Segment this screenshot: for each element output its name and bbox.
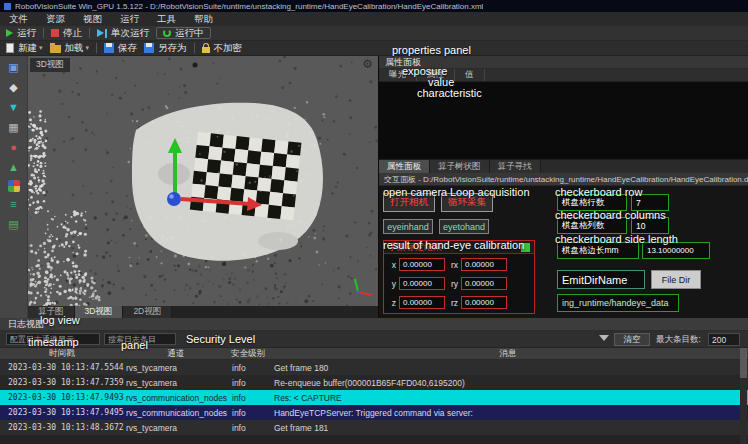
- log-cell-level: info: [228, 408, 268, 418]
- grid-tool-icon[interactable]: ≡: [6, 197, 22, 212]
- log-row[interactable]: 2023-03-30 10:13:47.554457rvs_tycamerain…: [0, 360, 748, 375]
- app-logo-icon: [4, 3, 11, 10]
- log-rows: 2023-03-30 10:13:47.554457rvs_tycamerain…: [0, 360, 748, 435]
- calibration-result-panel: 手眼标定结果 x0.00000rx0.00000y0.00000ry0.0000…: [383, 240, 535, 314]
- log-cell-channel: rvs_tycamera: [124, 423, 228, 433]
- log-cell-timestamp: 2023-03-30 10:13:47.554457: [0, 363, 124, 372]
- encryption-label: 不加密: [214, 42, 243, 55]
- log-row[interactable]: 2023-03-30 10:13:47.949586rvs_communicat…: [0, 405, 748, 420]
- axis-tool-icon[interactable]: ▤: [6, 217, 22, 232]
- log-row[interactable]: 2023-03-30 10:13:47.735929rvs_tycamerain…: [0, 375, 748, 390]
- eye-to-hand-button[interactable]: eyetohand: [439, 219, 489, 234]
- log-column-header-channel[interactable]: 通道: [124, 348, 228, 359]
- calibration-rows: x0.00000rx0.00000y0.00000ry0.00000z0.000…: [384, 254, 534, 313]
- new-file-icon: [6, 43, 14, 53]
- log-cell-message: Get frame 180: [268, 363, 748, 373]
- calib-value-field[interactable]: 0.00000: [399, 296, 445, 309]
- view-tab-2d-view[interactable]: 2D视图: [123, 306, 172, 318]
- data-dir-value[interactable]: ing_runtime/handeye_data: [557, 294, 679, 312]
- menu-item-help[interactable]: 帮助: [185, 12, 222, 26]
- panel-tab-operator-search[interactable]: 算子寻找: [490, 160, 541, 173]
- log-row[interactable]: 2023-03-30 10:13:47.949386rvs_communicat…: [0, 390, 748, 405]
- checkerboard-cols-value[interactable]: 10: [631, 217, 669, 234]
- log-scrollbar[interactable]: [740, 348, 747, 444]
- log-cell-level: info: [228, 423, 268, 433]
- file-dir-button[interactable]: File Dir: [651, 270, 701, 289]
- log-column-header-message[interactable]: 消息: [268, 348, 748, 359]
- calib-value-field[interactable]: 0.00000: [461, 296, 507, 309]
- measure-tool-icon[interactable]: ●: [6, 140, 22, 155]
- calib-value-field[interactable]: 0.00000: [399, 277, 445, 290]
- normals-tool-icon[interactable]: ▲: [6, 160, 22, 175]
- calib-axis-label: y: [386, 279, 396, 289]
- calib-value-field[interactable]: 0.00000: [399, 258, 445, 271]
- gear-icon[interactable]: ⚙: [362, 57, 373, 71]
- box-select-tool-icon[interactable]: ▦: [6, 120, 22, 135]
- load-button[interactable]: 加载 ▾: [50, 42, 90, 55]
- log-cell-channel: rvs_communication_nodes: [124, 408, 228, 418]
- log-cell-level: info: [228, 378, 268, 388]
- save-button[interactable]: 保存: [104, 42, 137, 55]
- viewport-3d[interactable]: 3D视图 ⚙: [28, 56, 378, 306]
- panel-tab-operator-tree[interactable]: 算子树状图: [430, 160, 490, 173]
- stop-button[interactable]: 停止: [51, 27, 82, 40]
- dashboard-body: 打开相机 循环采集 eyeinhand eyetohand 棋盘格行数 7 棋盘…: [379, 186, 748, 318]
- log-column-header-security-level[interactable]: 安全级别: [228, 348, 268, 359]
- folder-icon: [50, 45, 61, 53]
- menu-item-tools[interactable]: 工具: [148, 12, 185, 26]
- view-tab-3d-view[interactable]: 3D视图: [75, 306, 124, 318]
- panel-tab-properties[interactable]: 属性面板: [379, 160, 430, 173]
- running-status-badge: 运行中: [156, 27, 211, 39]
- run-button[interactable]: 运行: [6, 27, 36, 40]
- clear-log-button[interactable]: 清空: [614, 333, 650, 346]
- log-channel-filter-input[interactable]: [6, 333, 100, 345]
- menu-item-view[interactable]: 视图: [74, 12, 111, 26]
- checkerboard-cols-label: 棋盘格列数: [557, 217, 627, 234]
- max-entries-input[interactable]: [708, 333, 740, 346]
- move-tool-icon[interactable]: ◆: [6, 80, 22, 95]
- log-cell-timestamp: 2023-03-30 10:13:47.735929: [0, 378, 124, 387]
- new-button-label: 新建: [18, 42, 37, 55]
- color-render-tool-icon[interactable]: [8, 180, 20, 192]
- menu-item-file[interactable]: 文件: [0, 12, 37, 26]
- panel-tabs: 属性面板算子树状图算子寻找: [379, 159, 748, 173]
- calibration-status-icon[interactable]: [521, 243, 530, 252]
- log-column-header-timestamp[interactable]: 时间戳: [0, 348, 124, 359]
- save-as-button[interactable]: 另存为: [144, 42, 187, 55]
- log-cell-level: info: [228, 363, 268, 373]
- checkerboard-side-value[interactable]: 13.10000000: [642, 242, 710, 259]
- calib-value-field[interactable]: 0.00000: [461, 258, 507, 271]
- encryption-toggle[interactable]: 不加密: [202, 42, 243, 55]
- single-run-button[interactable]: 单次运行: [97, 27, 149, 40]
- log-cell-level: info: [228, 393, 268, 403]
- calib-value-field[interactable]: 0.00000: [461, 277, 507, 290]
- rotate-view-tool-icon[interactable]: ▼: [6, 100, 22, 115]
- log-panel: 日志视图 清空 最大条目数: 时间戳通道安全级别消息 2023-03-30 10…: [0, 318, 748, 444]
- open-camera-button[interactable]: 打开相机: [383, 193, 435, 212]
- log-row[interactable]: 2023-03-30 10:13:48.367233rvs_tycamerain…: [0, 420, 748, 435]
- eye-in-hand-button[interactable]: eyeinhand: [383, 219, 433, 234]
- view-tabs: 算子图3D视图2D视图: [28, 306, 378, 318]
- calibration-row: z0.00000rz0.00000: [386, 293, 532, 312]
- toolbar-separator: [194, 43, 195, 53]
- view-tab-operator-graph[interactable]: 算子图: [28, 306, 75, 318]
- menu-item-resource[interactable]: 资源: [37, 12, 74, 26]
- play-icon: [6, 29, 13, 37]
- window-title: RobotVisionSuite Win_GPU 1.5.122 - D:/Ro…: [15, 2, 483, 11]
- checkerboard-rows-value[interactable]: 7: [631, 194, 669, 211]
- pointer-tool-icon[interactable]: ▣: [6, 60, 22, 75]
- running-status-label: 运行中: [175, 27, 204, 40]
- props-column-0: 曝光: [379, 69, 417, 81]
- log-search-input[interactable]: [104, 333, 176, 345]
- running-spinner-icon: [163, 29, 171, 37]
- calib-axis-label: rz: [448, 298, 458, 308]
- filter-funnel-icon[interactable]: [599, 335, 609, 341]
- calibration-row: y0.00000ry0.00000: [386, 274, 532, 293]
- log-cell-timestamp: 2023-03-30 10:13:47.949586: [0, 408, 124, 417]
- emit-dir-name-field[interactable]: EmitDirName: [557, 270, 645, 289]
- new-button[interactable]: 新建 ▾: [6, 42, 43, 55]
- loop-acquisition-button[interactable]: 循环采集: [441, 193, 493, 212]
- props-column-2: 值: [455, 69, 485, 81]
- menu-item-run[interactable]: 运行: [111, 12, 148, 26]
- scrollbar-thumb[interactable]: [740, 348, 747, 378]
